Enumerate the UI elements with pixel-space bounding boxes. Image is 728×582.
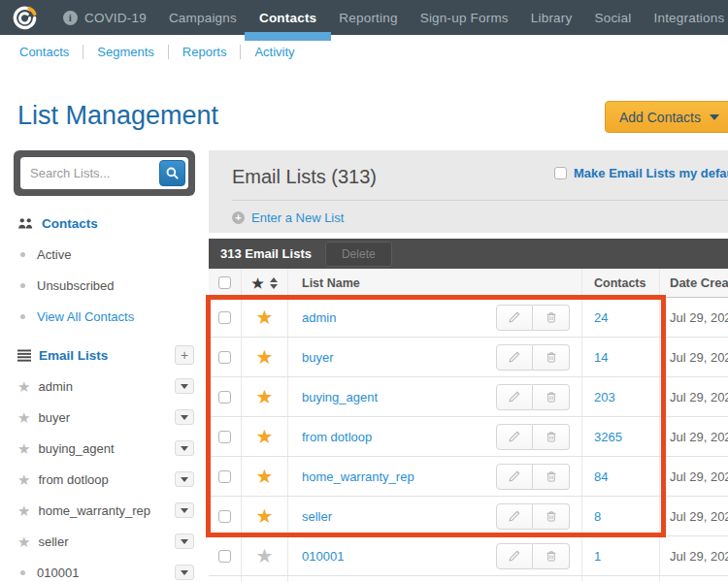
top-nav-item[interactable]: Campaigns xyxy=(169,1,237,35)
sidebar-contacts-item[interactable]: Active xyxy=(17,239,194,270)
star-sort-header[interactable]: ★ xyxy=(242,269,288,297)
search-button[interactable] xyxy=(159,160,185,186)
select-all-checkbox[interactable] xyxy=(218,276,231,289)
top-nav-item[interactable]: Integrations xyxy=(653,1,724,35)
contacts-count-link[interactable]: 8 xyxy=(594,509,601,524)
sidebar-contacts-item[interactable]: Unsubscribed xyxy=(17,270,194,301)
edit-list-button[interactable] xyxy=(496,503,533,530)
list-options-dropdown-button[interactable] xyxy=(175,502,194,518)
delete-list-button[interactable] xyxy=(533,464,570,490)
sidebar-header-contacts[interactable]: Contacts xyxy=(17,208,194,239)
sidebar-header-email-lists[interactable]: Email Lists + xyxy=(17,340,194,371)
add-contacts-button[interactable]: Add Contacts xyxy=(605,101,728,133)
list-options-dropdown-button[interactable] xyxy=(175,534,194,549)
bullet-icon xyxy=(20,314,25,319)
star-icon[interactable]: ★ xyxy=(256,506,274,526)
bullet-icon xyxy=(20,570,25,575)
top-nav-item[interactable]: Social xyxy=(594,1,631,35)
row-checkbox[interactable] xyxy=(218,351,231,364)
list-options-dropdown-button[interactable] xyxy=(175,378,194,394)
row-checkbox[interactable] xyxy=(218,431,231,443)
top-nav-item-label: Integrations xyxy=(653,11,724,25)
list-name-link[interactable]: buying_agent xyxy=(302,390,378,404)
top-nav-item[interactable]: i COVID-19 xyxy=(63,1,147,35)
sidebar-list-item[interactable]: ★ from dotloop xyxy=(17,464,194,495)
contacts-count-link[interactable]: 84 xyxy=(594,469,608,484)
default-view-checkbox[interactable] xyxy=(554,167,567,179)
delete-list-button[interactable] xyxy=(533,305,570,331)
star-icon[interactable]: ★ xyxy=(256,347,274,367)
star-icon[interactable]: ★ xyxy=(256,307,274,327)
list-name-link[interactable]: admin xyxy=(302,310,336,325)
contacts-count-link[interactable]: 24 xyxy=(594,310,608,325)
delete-list-button[interactable] xyxy=(533,543,570,569)
delete-button[interactable]: Delete xyxy=(325,242,392,267)
contacts-count-link[interactable]: 14 xyxy=(594,350,608,365)
subnav-item[interactable]: Contacts xyxy=(19,45,69,59)
sidebar-list-item[interactable]: ★ buying_agent xyxy=(17,433,194,464)
delete-list-button[interactable] xyxy=(533,344,570,371)
add-contacts-label: Add Contacts xyxy=(619,110,701,125)
edit-list-button[interactable] xyxy=(496,384,533,410)
row-checkbox[interactable] xyxy=(218,470,231,483)
list-options-dropdown-button[interactable] xyxy=(175,440,194,456)
trash-icon xyxy=(545,469,558,483)
contacts-count-link[interactable]: 1 xyxy=(594,549,601,564)
sidebar-list-item-label: from dotloop xyxy=(38,472,108,487)
chevron-down-icon xyxy=(181,539,188,544)
edit-list-button[interactable] xyxy=(496,305,533,331)
default-view-label[interactable]: Make Email Lists my default view xyxy=(574,166,728,180)
sidebar-item-label: View All Contacts xyxy=(37,309,134,324)
delete-list-button[interactable] xyxy=(533,384,570,410)
delete-list-button[interactable] xyxy=(533,503,570,530)
row-checkbox[interactable] xyxy=(218,510,231,523)
edit-list-button[interactable] xyxy=(496,543,533,569)
star-icon[interactable]: ★ xyxy=(256,387,274,406)
edit-list-button[interactable] xyxy=(496,464,533,490)
subnav-item[interactable]: Activity xyxy=(254,45,294,59)
list-name-link[interactable]: buyer xyxy=(302,350,334,365)
delete-list-button[interactable] xyxy=(533,424,570,450)
search-input[interactable] xyxy=(20,166,234,180)
top-nav-item-label: Sign-up Forms xyxy=(420,11,509,25)
table-body: ★ admin 24 Jul 29, xyxy=(209,298,728,576)
enter-new-list-link[interactable]: + Enter a New List xyxy=(232,210,344,225)
subnav-item[interactable]: Reports xyxy=(182,45,227,59)
top-nav-bar: i COVID-19 Campaigns Contacts Reporting … xyxy=(0,0,728,35)
list-name-link[interactable]: seller xyxy=(302,509,332,524)
top-nav-item[interactable]: Contacts xyxy=(259,1,316,35)
star-icon[interactable]: ★ xyxy=(256,546,274,566)
list-name-link[interactable]: from dotloop xyxy=(302,430,372,444)
date-created: Jul 29, 2020 xyxy=(670,430,728,444)
sidebar-list-item[interactable]: ★ seller xyxy=(17,526,194,557)
top-nav-item[interactable]: Library xyxy=(531,1,573,35)
list-options-dropdown-button[interactable] xyxy=(175,565,194,580)
add-list-button[interactable]: + xyxy=(175,345,194,365)
contacts-count-link[interactable]: 3265 xyxy=(594,430,622,444)
list-icon xyxy=(17,349,31,362)
subnav-item[interactable]: Segments xyxy=(97,45,154,59)
sidebar-contacts-item[interactable]: View All Contacts xyxy=(17,301,194,332)
row-checkbox[interactable] xyxy=(218,311,231,324)
list-options-dropdown-button[interactable] xyxy=(175,471,194,487)
list-options-dropdown-button[interactable] xyxy=(175,409,194,425)
top-nav-item[interactable]: Reporting xyxy=(339,1,397,35)
sidebar-list-item[interactable]: ★ home_warranty_rep xyxy=(17,495,194,526)
constant-contact-logo[interactable] xyxy=(12,5,38,31)
star-icon: ★ xyxy=(17,441,30,456)
divider xyxy=(232,200,728,201)
edit-list-button[interactable] xyxy=(496,344,533,371)
sidebar-list-item[interactable]: 010001 xyxy=(17,557,194,582)
star-icon[interactable]: ★ xyxy=(256,427,274,446)
star-icon[interactable]: ★ xyxy=(256,467,274,486)
list-name-link[interactable]: 010001 xyxy=(302,549,344,564)
edit-list-button[interactable] xyxy=(496,424,533,450)
sidebar-list-item[interactable]: ★ admin xyxy=(17,371,194,402)
row-checkbox[interactable] xyxy=(218,550,231,563)
list-name-link[interactable]: home_warranty_rep xyxy=(302,469,414,484)
top-nav-item[interactable]: Sign-up Forms xyxy=(420,1,509,35)
pencil-icon xyxy=(508,350,521,364)
contacts-count-link[interactable]: 203 xyxy=(594,390,615,404)
row-checkbox[interactable] xyxy=(218,391,231,404)
sidebar-list-item[interactable]: ★ buyer xyxy=(17,402,194,433)
